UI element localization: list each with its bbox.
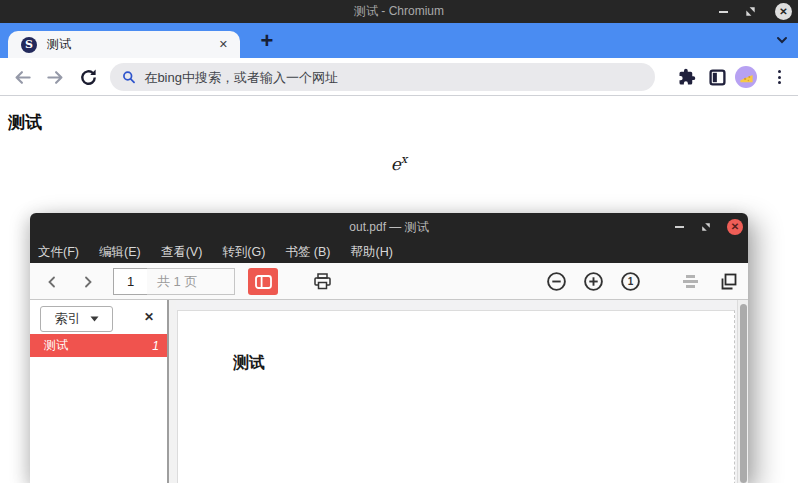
menu-help[interactable]: 帮助(H) <box>351 244 393 261</box>
page-favicon-icon: S <box>21 37 37 53</box>
zoom-out-button[interactable] <box>546 269 567 294</box>
tab-close-button[interactable]: ✕ <box>217 36 230 53</box>
pdf-restore-button[interactable] <box>701 213 711 241</box>
browser-toolbar <box>0 58 798 95</box>
chromium-titlebar: 测试 - Chromium ✕ <box>0 0 798 23</box>
sidebar-view-dropdown[interactable]: 索引 <box>40 306 113 332</box>
restore-icon <box>701 222 711 232</box>
side-panel-icon <box>709 69 726 86</box>
sidebar-dropdown-label: 索引 <box>55 310 81 328</box>
printer-icon <box>313 273 332 290</box>
tab-title: 测试 <box>47 36 217 53</box>
back-button[interactable] <box>11 66 33 88</box>
close-icon: ✕ <box>775 3 792 20</box>
next-page-button[interactable] <box>78 269 98 294</box>
pdf-viewer-window: out.pdf — 测试 ✕ 文件(F) 编辑(E) 查看(V) 转到(G) 书… <box>30 213 748 483</box>
sidebar-icon <box>255 275 272 289</box>
desktop-screen: 测试 - Chromium ✕ S 测试 ✕ + <box>0 0 798 483</box>
extensions-button[interactable] <box>676 66 698 88</box>
pdf-titlebar: out.pdf — 测试 ✕ <box>30 213 748 241</box>
page-number-input[interactable] <box>113 268 148 295</box>
forward-arrow-icon <box>46 68 65 87</box>
search-icon <box>122 70 135 84</box>
page-layout-button[interactable] <box>718 269 738 294</box>
avatar <box>735 66 757 88</box>
page-title: 测试 <box>8 111 42 134</box>
forward-button[interactable] <box>44 66 66 88</box>
scrollbar-thumb[interactable] <box>740 304 747 483</box>
profile-button[interactable] <box>735 66 757 88</box>
caret-down-icon <box>90 316 99 322</box>
print-button[interactable] <box>310 269 334 294</box>
back-arrow-icon <box>13 68 32 87</box>
sidebar-gutter <box>169 300 176 483</box>
chevron-left-icon <box>45 275 59 289</box>
new-tab-button[interactable]: + <box>252 27 282 55</box>
pdf-toolbar: 共 1 页 <box>30 263 748 300</box>
formula-superscript: x <box>401 152 408 166</box>
pdf-window-title: out.pdf — 测试 <box>349 219 428 236</box>
chromium-window-title: 测试 - Chromium <box>354 3 444 20</box>
pdf-body: 索引 ✕ 测试 1 测试 <box>30 300 748 483</box>
chromium-restore-button[interactable] <box>745 0 756 23</box>
cheese-avatar-icon <box>739 71 754 84</box>
menu-go[interactable]: 转到(G) <box>222 244 265 261</box>
reload-button[interactable] <box>77 66 99 88</box>
sidebar-toggle-button[interactable] <box>248 268 278 295</box>
formula-base: e <box>391 154 401 174</box>
zoom-actual-label: 1 <box>628 276 634 287</box>
menu-edit[interactable]: 编辑(E) <box>99 244 141 261</box>
kebab-menu-icon <box>778 70 781 84</box>
outline-item-selected[interactable]: 测试 1 <box>30 334 167 357</box>
tab-strip: S 测试 ✕ + <box>0 23 798 58</box>
math-formula: ex <box>0 152 798 174</box>
menu-bookmarks[interactable]: 书签 (B) <box>285 244 330 261</box>
two-pages-icon <box>720 273 737 290</box>
address-bar[interactable] <box>110 63 655 91</box>
minimize-icon <box>719 11 728 13</box>
close-icon: ✕ <box>727 219 743 235</box>
zoom-actual-size-button[interactable]: 1 <box>620 269 641 294</box>
pdf-page-view: 测试 <box>176 300 748 483</box>
chromium-minimize-button[interactable] <box>719 0 728 23</box>
pdf-scrollbar[interactable] <box>737 300 748 483</box>
page-total-label: 共 1 页 <box>147 268 235 295</box>
browser-menu-button[interactable] <box>768 66 790 88</box>
outline-item-page: 1 <box>152 339 159 353</box>
pdf-page: 测试 <box>177 310 735 483</box>
pdf-page-heading: 测试 <box>233 353 265 374</box>
minimize-icon <box>675 226 684 228</box>
fit-width-icon <box>683 275 698 288</box>
previous-page-button[interactable] <box>42 269 62 294</box>
puzzle-icon <box>678 68 696 86</box>
outline-item-label: 测试 <box>44 337 152 354</box>
chromium-close-button[interactable]: ✕ <box>775 0 792 23</box>
zoom-in-icon <box>583 271 604 292</box>
pdf-sidebar: 索引 ✕ 测试 1 <box>30 300 167 483</box>
chevron-right-icon <box>81 275 95 289</box>
reload-icon <box>79 68 98 87</box>
tab-list-chevron-button[interactable] <box>774 32 790 52</box>
restore-icon <box>745 6 756 17</box>
sidebar-close-button[interactable]: ✕ <box>144 310 154 324</box>
pdf-menubar: 文件(F) 编辑(E) 查看(V) 转到(G) 书签 (B) 帮助(H) <box>30 241 748 263</box>
zoom-out-icon <box>546 271 567 292</box>
tab-active[interactable]: S 测试 ✕ <box>8 31 240 58</box>
side-panel-button[interactable] <box>706 66 728 88</box>
menu-file[interactable]: 文件(F) <box>38 244 79 261</box>
pdf-minimize-button[interactable] <box>675 213 684 241</box>
menu-view[interactable]: 查看(V) <box>161 244 203 261</box>
address-input[interactable] <box>144 70 643 85</box>
fit-width-button[interactable] <box>680 269 700 294</box>
pdf-close-button[interactable]: ✕ <box>727 213 743 241</box>
chevron-down-icon <box>774 32 790 48</box>
zoom-in-button[interactable] <box>583 269 604 294</box>
